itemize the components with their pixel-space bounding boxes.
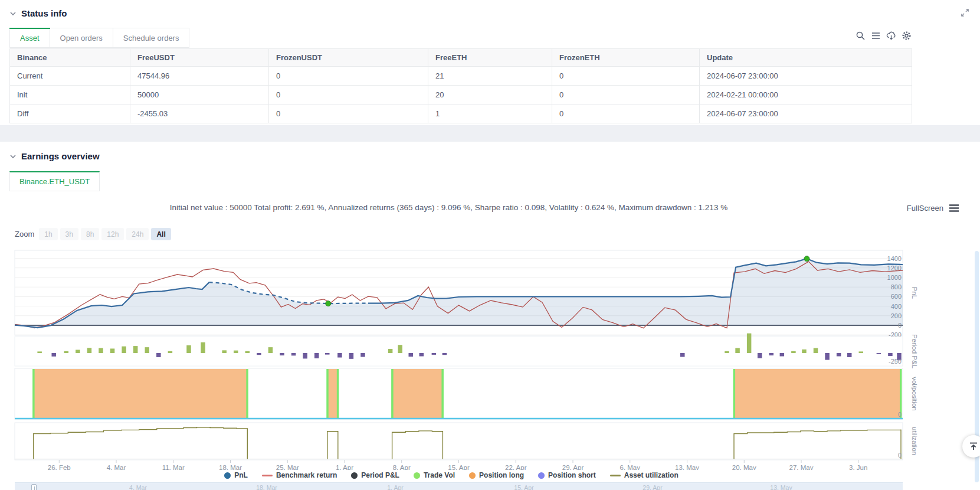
- datazoom-label: 1. Apr: [387, 484, 403, 490]
- status-tab-asset[interactable]: Asset: [9, 28, 50, 48]
- period-bar: [388, 349, 393, 353]
- position-long-block: [734, 369, 901, 418]
- position-long-block: [34, 369, 248, 418]
- x-tick-label: 15. Apr: [448, 464, 470, 470]
- column-header-freeeth: FreeETH: [428, 49, 552, 67]
- x-tick-label: 20. May: [732, 464, 756, 470]
- trade-vol-spike: [441, 369, 444, 418]
- cell: 2024-06-07 23:00:00: [700, 67, 912, 86]
- row-label-diff: Diff: [10, 104, 130, 123]
- legend-item-period-p-l[interactable]: Period P&L: [351, 471, 399, 479]
- utilization-line: [392, 431, 443, 459]
- back-to-top-button[interactable]: [962, 435, 980, 458]
- search-icon[interactable]: [856, 31, 866, 41]
- status-info-header: Status info: [9, 8, 67, 18]
- row-label-current[interactable]: Current: [10, 67, 130, 86]
- status-tab-open-orders[interactable]: Open orders: [50, 28, 113, 48]
- period-bar: [758, 353, 762, 358]
- zoom-label: Zoom: [15, 230, 34, 239]
- period-bar: [432, 353, 437, 355]
- period-bar: [156, 353, 161, 357]
- vol-zero-label: 0: [898, 411, 902, 418]
- earnings-header: Earnings overview: [9, 151, 100, 161]
- zoom-button-all[interactable]: All: [151, 228, 171, 240]
- utilization-line: [734, 430, 901, 459]
- datazoom-strip[interactable]: 4. Mar18. Mar1. Apr15. Apr29. Apr13. May…: [15, 482, 903, 490]
- datazoom-left-handle[interactable]: [31, 484, 37, 490]
- chevron-down-icon[interactable]: [9, 10, 17, 17]
- legend-label: PnL: [234, 471, 248, 479]
- status-info-title: Status info: [21, 8, 67, 18]
- zoom-button-12h[interactable]: 12h: [101, 228, 124, 240]
- status-tab-schedule-orders[interactable]: Schedule orders: [113, 28, 190, 48]
- fullscreen-button[interactable]: FullScreen: [907, 204, 959, 213]
- asset-table: BinanceFreeUSDTFrozenUSDTFreeETHFrozenET…: [9, 48, 912, 123]
- legend-label: Period P&L: [361, 471, 399, 479]
- chevron-down-icon[interactable]: [9, 153, 17, 160]
- period-bar: [186, 345, 191, 353]
- period-bar: [769, 353, 774, 355]
- expand-icon[interactable]: [961, 8, 969, 17]
- period-bar: [419, 353, 424, 357]
- zoom-button-24h[interactable]: 24h: [126, 228, 149, 240]
- period-bar: [443, 353, 447, 355]
- x-tick-label: 3. Jun: [849, 464, 867, 470]
- legend-label: Position long: [479, 471, 524, 479]
- axis-name-period: Period P&L: [911, 334, 918, 369]
- util-zero-label: 0: [898, 452, 902, 459]
- datazoom-label: 13. May: [770, 484, 792, 490]
- period-bar: [201, 342, 205, 353]
- cell: 2024-02-21 00:00:00: [700, 86, 912, 104]
- cell: 0: [269, 104, 428, 123]
- zoom-button-3h[interactable]: 3h: [60, 228, 78, 240]
- legend-item-benchmark-return[interactable]: Benchmark return: [262, 471, 337, 479]
- cell: 2024-06-07 23:00:00: [700, 104, 912, 123]
- menu-icon[interactable]: [871, 31, 881, 41]
- status-info-card: Status info AssetOpen ordersSchedule ord…: [0, 0, 980, 125]
- legend-marker: [224, 472, 231, 479]
- marker-dot[interactable]: [804, 256, 809, 262]
- x-tick-label: 29. Apr: [562, 464, 584, 470]
- fullscreen-label: FullScreen: [907, 204, 943, 213]
- axis-name-vol: vol/position: [911, 377, 918, 411]
- period-bar: [245, 351, 250, 353]
- period-bar: [780, 353, 785, 357]
- gear-icon[interactable]: [902, 31, 912, 41]
- zoom-button-1h[interactable]: 1h: [39, 228, 57, 240]
- legend-marker: [414, 472, 420, 479]
- summary-row: Initial net value : 50000 Total profit: …: [0, 203, 980, 215]
- period-bar: [37, 351, 42, 353]
- util-panel: [15, 423, 903, 460]
- zoom-button-8h[interactable]: 8h: [81, 228, 99, 240]
- legend-item-asset-utilization[interactable]: Asset utilization: [610, 471, 679, 479]
- earnings-chart[interactable]: 1400120010008006004002000-200PnL-250Peri…: [0, 248, 980, 470]
- summary-stats: Initial net value : 50000 Total profit: …: [0, 203, 897, 212]
- period-bar: [847, 353, 852, 357]
- row-label-init: Init: [10, 86, 130, 104]
- tab-binance-eth-usdt[interactable]: Binance.ETH_USDT: [9, 171, 100, 191]
- column-header-update: Update: [700, 49, 912, 67]
- legend-item-trade-vol[interactable]: Trade Vol: [414, 471, 455, 479]
- period-bar: [51, 353, 56, 357]
- cell: 0: [269, 86, 428, 104]
- marker-dot[interactable]: [326, 301, 331, 306]
- x-tick-label: 26. Feb: [48, 464, 71, 470]
- cell: 20: [428, 86, 552, 104]
- legend-item-position-long[interactable]: Position long: [469, 471, 524, 479]
- utilization-line: [34, 427, 248, 459]
- legend-item-position-short[interactable]: Position short: [538, 471, 596, 479]
- period-bar: [291, 353, 296, 355]
- period-min-label: -250: [889, 358, 902, 365]
- period-bar: [825, 353, 830, 360]
- legend-item-pnl[interactable]: PnL: [224, 471, 248, 479]
- cloud-download-icon[interactable]: [886, 31, 896, 41]
- table-row-init: Init5000002002024-02-21 00:00:00: [10, 86, 912, 104]
- period-bar: [877, 353, 881, 354]
- trade-vol-spike: [733, 369, 736, 418]
- datazoom-label: 29. Apr: [643, 484, 662, 490]
- legend-label: Position short: [548, 471, 596, 479]
- x-tick-label: 11. Mar: [162, 464, 185, 470]
- x-tick-label: 1. Apr: [336, 464, 353, 470]
- hamburger-icon[interactable]: [949, 204, 959, 212]
- x-tick-label: 8. Apr: [393, 464, 411, 470]
